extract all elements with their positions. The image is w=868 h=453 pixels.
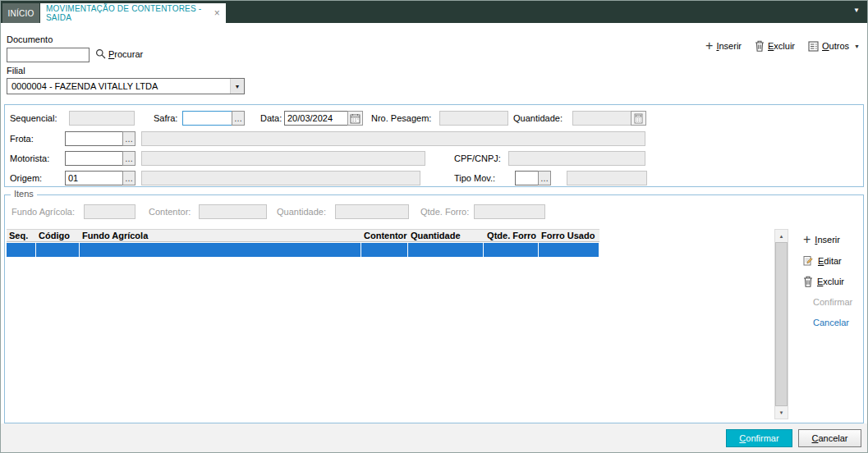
data-input[interactable] — [284, 111, 348, 126]
itens-table-header: Seq. Código Fundo Agrícola Contentor Qua… — [7, 229, 599, 242]
scroll-up-icon[interactable]: ▲ — [775, 230, 788, 242]
itens-quantidade-label: Quantidade: — [277, 207, 326, 217]
procurar-button[interactable]: Procurar — [95, 48, 143, 59]
itens-excluir-button[interactable]: Excluir — [803, 276, 844, 287]
itens-scrollbar[interactable]: ▲ ▼ — [774, 229, 788, 419]
cpf-cnpj-field — [508, 151, 645, 166]
cpf-cnpj-label: CPF/CNPJ: — [454, 153, 501, 163]
sequencial-label: Sequencial: — [10, 113, 57, 123]
sequencial-field — [69, 111, 135, 126]
itens-confirmar-label: Confirmar — [813, 297, 852, 307]
cell-qtde-forro — [484, 243, 539, 257]
frota-lookup-button[interactable]: … — [122, 131, 135, 146]
contentor-field — [199, 204, 267, 219]
tab-overflow-caret-icon[interactable]: ▼ — [853, 7, 860, 14]
itens-inserir-button[interactable]: + Inserir — [803, 235, 840, 245]
safra-input[interactable] — [182, 111, 232, 126]
tab-movimentacao-label: MOVIMENTAÇÃO DE CONTENTORES - SAIDA — [46, 4, 209, 22]
qtde-forro-label: Qtde. Forro: — [420, 207, 469, 217]
form-list-icon — [808, 41, 819, 52]
calendar-icon — [350, 113, 361, 124]
origem-label: Origem: — [10, 173, 42, 183]
trash-icon — [803, 276, 813, 287]
inserir-button[interactable]: + Inserir — [705, 41, 742, 51]
quantidade-label: Quantidade: — [513, 113, 563, 123]
itens-confirmar-button: Confirmar — [813, 297, 852, 307]
search-icon — [95, 48, 106, 59]
frota-input[interactable] — [65, 131, 123, 146]
itens-inserir-label: Inserir — [815, 235, 840, 245]
cell-contentor — [361, 243, 408, 257]
plus-icon: + — [705, 41, 713, 51]
fundo-agricola-field — [84, 204, 135, 219]
cell-fundo-agricola — [80, 243, 361, 257]
scrollbar-thumb[interactable] — [775, 242, 788, 406]
qtde-forro-field — [474, 204, 545, 219]
nro-pesagem-field — [439, 111, 508, 126]
cell-seq — [7, 243, 36, 257]
tipo-mov-input[interactable] — [515, 171, 539, 185]
col-contentor[interactable]: Contentor — [361, 230, 408, 241]
origem-descricao-field — [141, 171, 420, 185]
motorista-lookup-button[interactable]: … — [122, 151, 135, 166]
motorista-input[interactable] — [65, 151, 123, 166]
cancelar-button[interactable]: Cancelar — [798, 429, 861, 447]
table-row-selected[interactable] — [7, 243, 599, 257]
close-tab-icon[interactable]: × — [214, 8, 220, 18]
safra-lookup-button[interactable]: … — [232, 111, 245, 126]
tipo-mov-lookup-button[interactable]: … — [538, 171, 551, 185]
trash-icon — [755, 40, 765, 52]
contentor-label: Contentor: — [149, 207, 191, 217]
itens-excluir-label: Excluir — [817, 277, 844, 286]
frota-descricao-field — [141, 131, 645, 146]
itens-cancelar-button[interactable]: Cancelar — [813, 318, 849, 327]
fundo-agricola-label: Fundo Agrícola: — [11, 207, 75, 217]
itens-quantidade-field — [335, 204, 409, 219]
outros-label: Outros — [822, 41, 849, 51]
tab-inicio[interactable]: INÍCIO — [2, 3, 39, 23]
outros-caret-icon: ▼ — [854, 43, 860, 49]
cell-codigo — [36, 243, 80, 257]
documento-input[interactable] — [7, 48, 90, 62]
record-toolbar: + Inserir Excluir Outros ▼ — [705, 40, 860, 52]
calculator-button[interactable] — [631, 111, 646, 126]
quantidade-field — [572, 111, 631, 126]
outros-button[interactable]: Outros ▼ — [808, 41, 860, 52]
procurar-label: Procurar — [108, 49, 143, 59]
data-label: Data: — [260, 113, 282, 123]
plus-icon: + — [803, 235, 811, 245]
itens-editar-button[interactable]: Editar — [803, 255, 842, 266]
documento-label: Documento — [7, 34, 53, 44]
cell-forro-usado — [539, 243, 599, 257]
scroll-down-icon[interactable]: ▼ — [775, 406, 788, 419]
filial-label: Filial — [7, 66, 25, 76]
excluir-button[interactable]: Excluir — [755, 40, 795, 52]
tipo-mov-label: Tipo Mov.: — [454, 173, 495, 183]
filial-selected-value: 0000004 - FAZENDA VITALLY LTDA — [7, 81, 230, 91]
filial-combobox[interactable]: 0000004 - FAZENDA VITALLY LTDA ▼ — [7, 78, 245, 94]
itens-legend: Itens — [11, 189, 37, 199]
safra-label: Safra: — [154, 113, 177, 123]
tab-inicio-label: INÍCIO — [8, 9, 34, 18]
filial-caret-icon[interactable]: ▼ — [230, 79, 244, 94]
tab-bar: INÍCIO MOVIMENTAÇÃO DE CONTENTORES - SAI… — [0, 0, 868, 23]
inserir-label: Inserir — [716, 41, 742, 51]
calculator-icon — [634, 113, 643, 124]
col-quantidade[interactable]: Quantidade — [408, 230, 484, 241]
excluir-label: Excluir — [768, 41, 795, 51]
nro-pesagem-label: Nro. Pesagem: — [371, 113, 431, 123]
calendar-button[interactable] — [347, 111, 363, 126]
origem-lookup-button[interactable]: … — [122, 171, 135, 185]
col-fundo-agricola[interactable]: Fundo Agrícola — [80, 230, 361, 241]
col-seq[interactable]: Seq. — [7, 230, 36, 241]
col-qtde-forro[interactable]: Qtde. Forro — [484, 230, 539, 241]
col-forro-usado[interactable]: Forro Usado — [539, 230, 599, 241]
cell-quantidade — [408, 243, 484, 257]
origem-input[interactable] — [65, 171, 123, 185]
confirmar-button[interactable]: Confirmar — [726, 429, 792, 447]
edit-pencil-icon — [803, 255, 814, 266]
motorista-descricao-field — [141, 151, 425, 166]
tab-movimentacao-contentores[interactable]: MOVIMENTAÇÃO DE CONTENTORES - SAIDA × — [40, 3, 226, 23]
col-codigo[interactable]: Código — [36, 230, 80, 241]
tipo-mov-descricao-field — [567, 171, 647, 185]
